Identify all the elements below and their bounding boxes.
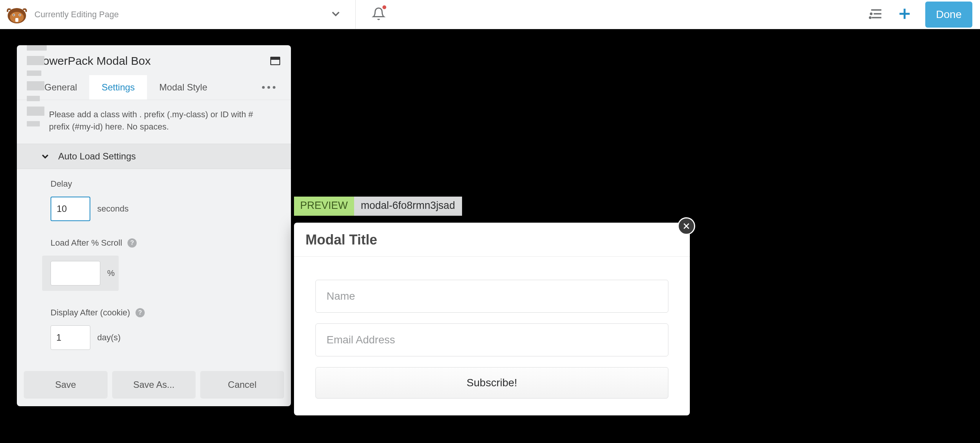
chevron-down-icon xyxy=(40,151,51,162)
add-icon[interactable] xyxy=(897,6,912,23)
toolbar-left-group: Currently Editing Page xyxy=(5,0,385,29)
modal-preview: Modal Title Subscribe! xyxy=(294,223,690,415)
help-icon[interactable]: ? xyxy=(127,238,137,248)
save-as-button[interactable]: Save As... xyxy=(112,371,196,399)
svg-point-10 xyxy=(871,13,872,14)
svg-point-16 xyxy=(262,86,265,89)
done-button[interactable]: Done xyxy=(925,2,972,28)
modal-close-button[interactable] xyxy=(678,217,695,235)
modal-body: Subscribe! xyxy=(294,257,690,415)
tab-general[interactable]: General xyxy=(32,75,89,100)
beaver-logo-icon xyxy=(5,4,28,25)
scroll-label: Load After % Scroll xyxy=(51,238,122,248)
modal-title: Modal Title xyxy=(305,232,678,248)
preview-badge: PREVIEW modal-6fo8rmn3jsad xyxy=(294,197,462,216)
top-toolbar: Currently Editing Page Done xyxy=(0,0,980,29)
delay-label: Delay xyxy=(51,179,273,189)
chevron-down-icon[interactable] xyxy=(329,7,342,22)
delay-unit: seconds xyxy=(97,204,129,214)
section-auto-load-settings[interactable]: Auto Load Settings xyxy=(17,144,291,169)
svg-point-17 xyxy=(268,86,270,89)
scroll-input[interactable] xyxy=(51,261,100,285)
svg-point-18 xyxy=(273,86,276,89)
svg-point-11 xyxy=(870,17,871,18)
notification-dot-icon xyxy=(382,5,386,9)
close-icon xyxy=(682,222,691,230)
cancel-button[interactable]: Cancel xyxy=(200,371,284,399)
cookie-input[interactable] xyxy=(51,325,90,350)
svg-point-5 xyxy=(20,14,21,15)
separator xyxy=(355,0,356,29)
cookie-label: Display After (cookie) xyxy=(51,308,130,318)
field-help-text: Please add a class with . prefix (.my-cl… xyxy=(17,100,291,144)
tab-modal-style[interactable]: Modal Style xyxy=(147,75,219,100)
save-button[interactable]: Save xyxy=(24,371,108,399)
svg-rect-6 xyxy=(15,18,18,22)
panel-header: PowerPack Modal Box xyxy=(17,45,291,75)
page-title: Currently Editing Page xyxy=(34,10,119,20)
delay-input[interactable] xyxy=(51,197,90,221)
svg-point-3 xyxy=(13,14,15,15)
subscribe-button[interactable]: Subscribe! xyxy=(315,367,668,399)
toolbar-right-group: Done xyxy=(869,2,972,28)
modal-header: Modal Title xyxy=(294,223,690,257)
email-field[interactable] xyxy=(315,323,668,356)
svg-rect-15 xyxy=(271,57,280,60)
preview-label: PREVIEW xyxy=(294,197,354,216)
help-icon[interactable]: ? xyxy=(136,308,145,317)
section-title: Auto Load Settings xyxy=(58,151,136,162)
responsive-toggle-icon[interactable] xyxy=(270,57,280,65)
preview-id: modal-6fo8rmn3jsad xyxy=(354,197,462,216)
more-tabs-icon[interactable] xyxy=(253,84,284,91)
module-settings-panel: PowerPack Modal Box General Settings Mod… xyxy=(17,45,291,406)
notifications-bell-icon[interactable] xyxy=(372,7,385,22)
panel-tabs: General Settings Modal Style xyxy=(17,75,291,100)
panel-title: PowerPack Modal Box xyxy=(35,54,151,67)
outline-icon[interactable] xyxy=(869,6,884,23)
cookie-unit: day(s) xyxy=(97,333,121,343)
panel-body-scroll[interactable]: Please add a class with . prefix (.my-cl… xyxy=(17,100,291,365)
scroll-unit: % xyxy=(107,268,115,278)
name-field[interactable] xyxy=(315,280,668,313)
tab-settings[interactable]: Settings xyxy=(89,75,147,100)
panel-footer: Save Save As... Cancel xyxy=(17,365,291,406)
